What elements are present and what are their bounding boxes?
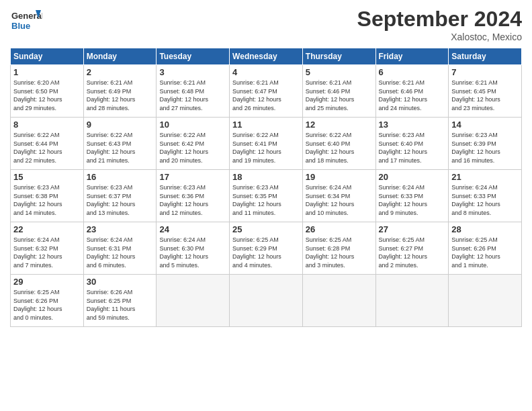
table-row — [157, 275, 230, 327]
day-number: 15 — [13, 172, 81, 182]
table-row: 14Sunrise: 6:23 AM Sunset: 6:39 PM Dayli… — [449, 118, 522, 170]
day-number: 16 — [87, 172, 154, 182]
day-info: Sunrise: 6:20 AM Sunset: 6:50 PM Dayligh… — [13, 79, 81, 112]
day-number: 10 — [159, 120, 226, 130]
day-number: 12 — [306, 120, 373, 130]
logo-svg: General Blue — [10, 7, 42, 34]
table-row: 6Sunrise: 6:21 AM Sunset: 6:46 PM Daylig… — [375, 65, 449, 118]
day-info: Sunrise: 6:24 AM Sunset: 6:33 PM Dayligh… — [451, 183, 519, 217]
table-row: 13Sunrise: 6:23 AM Sunset: 6:40 PM Dayli… — [375, 118, 449, 170]
day-info: Sunrise: 6:26 AM Sunset: 6:25 PM Dayligh… — [87, 288, 154, 322]
day-number: 21 — [451, 172, 519, 182]
day-number: 9 — [87, 120, 154, 130]
day-info: Sunrise: 6:24 AM Sunset: 6:34 PM Dayligh… — [306, 183, 373, 217]
table-row: 29Sunrise: 6:25 AM Sunset: 6:26 PM Dayli… — [11, 275, 84, 327]
table-row: 11Sunrise: 6:22 AM Sunset: 6:41 PM Dayli… — [230, 118, 303, 170]
day-info: Sunrise: 6:22 AM Sunset: 6:42 PM Dayligh… — [159, 131, 226, 165]
day-info: Sunrise: 6:21 AM Sunset: 6:46 PM Dayligh… — [306, 79, 373, 112]
day-info: Sunrise: 6:23 AM Sunset: 6:38 PM Dayligh… — [13, 183, 81, 217]
table-row — [230, 275, 303, 327]
calendar-table: Sunday Monday Tuesday Wednesday Thursday… — [10, 48, 522, 327]
table-row: 22Sunrise: 6:24 AM Sunset: 6:32 PM Dayli… — [11, 222, 84, 275]
day-info: Sunrise: 6:21 AM Sunset: 6:47 PM Dayligh… — [232, 79, 300, 112]
day-number: 2 — [87, 67, 154, 77]
day-number: 11 — [232, 120, 300, 130]
header-row: General Blue September 2024 Xalostoc, Me… — [10, 7, 522, 42]
day-number: 23 — [87, 224, 154, 234]
table-row: 24Sunrise: 6:24 AM Sunset: 6:30 PM Dayli… — [157, 222, 230, 275]
day-info: Sunrise: 6:24 AM Sunset: 6:31 PM Dayligh… — [87, 236, 154, 269]
day-number: 27 — [379, 224, 446, 234]
table-row: 15Sunrise: 6:23 AM Sunset: 6:38 PM Dayli… — [11, 170, 84, 222]
day-info: Sunrise: 6:25 AM Sunset: 6:28 PM Dayligh… — [306, 236, 373, 269]
day-number: 8 — [13, 120, 81, 130]
logo: General Blue — [10, 7, 42, 34]
calendar-container: General Blue September 2024 Xalostoc, Me… — [0, 0, 532, 334]
day-number: 22 — [13, 224, 81, 234]
table-row: 17Sunrise: 6:23 AM Sunset: 6:36 PM Dayli… — [157, 170, 230, 222]
day-info: Sunrise: 6:21 AM Sunset: 6:45 PM Dayligh… — [451, 79, 519, 112]
header-wednesday: Wednesday — [230, 48, 303, 65]
table-row: 19Sunrise: 6:24 AM Sunset: 6:34 PM Dayli… — [302, 170, 375, 222]
day-info: Sunrise: 6:25 AM Sunset: 6:27 PM Dayligh… — [379, 236, 446, 269]
month-title: September 2024 — [357, 7, 522, 32]
table-row: 28Sunrise: 6:25 AM Sunset: 6:26 PM Dayli… — [449, 222, 522, 275]
day-number: 7 — [451, 67, 519, 77]
table-row: 25Sunrise: 6:25 AM Sunset: 6:29 PM Dayli… — [230, 222, 303, 275]
table-row: 12Sunrise: 6:22 AM Sunset: 6:40 PM Dayli… — [302, 118, 375, 170]
day-number: 5 — [306, 67, 373, 77]
table-row: 30Sunrise: 6:26 AM Sunset: 6:25 PM Dayli… — [83, 275, 157, 327]
day-number: 30 — [87, 277, 154, 287]
day-number: 18 — [232, 172, 300, 182]
day-number: 19 — [306, 172, 373, 182]
day-info: Sunrise: 6:24 AM Sunset: 6:33 PM Dayligh… — [379, 183, 446, 217]
table-row: 1Sunrise: 6:20 AM Sunset: 6:50 PM Daylig… — [11, 65, 84, 118]
header-monday: Monday — [83, 48, 157, 65]
table-row: 20Sunrise: 6:24 AM Sunset: 6:33 PM Dayli… — [375, 170, 449, 222]
day-number: 1 — [13, 67, 81, 77]
header-saturday: Saturday — [449, 48, 522, 65]
table-row: 21Sunrise: 6:24 AM Sunset: 6:33 PM Dayli… — [449, 170, 522, 222]
day-info: Sunrise: 6:23 AM Sunset: 6:39 PM Dayligh… — [451, 131, 519, 165]
table-row: 10Sunrise: 6:22 AM Sunset: 6:42 PM Dayli… — [157, 118, 230, 170]
table-row: 18Sunrise: 6:23 AM Sunset: 6:35 PM Dayli… — [230, 170, 303, 222]
day-number: 14 — [451, 120, 519, 130]
day-info: Sunrise: 6:21 AM Sunset: 6:48 PM Dayligh… — [159, 79, 226, 112]
table-row: 16Sunrise: 6:23 AM Sunset: 6:37 PM Dayli… — [83, 170, 157, 222]
day-number: 13 — [379, 120, 446, 130]
table-row — [302, 275, 375, 327]
table-row: 5Sunrise: 6:21 AM Sunset: 6:46 PM Daylig… — [302, 65, 375, 118]
day-info: Sunrise: 6:21 AM Sunset: 6:46 PM Dayligh… — [379, 79, 446, 112]
day-info: Sunrise: 6:23 AM Sunset: 6:40 PM Dayligh… — [379, 131, 446, 165]
day-info: Sunrise: 6:23 AM Sunset: 6:36 PM Dayligh… — [159, 183, 226, 217]
day-number: 26 — [306, 224, 373, 234]
table-row — [375, 275, 449, 327]
day-number: 3 — [159, 67, 226, 77]
table-row: 3Sunrise: 6:21 AM Sunset: 6:48 PM Daylig… — [157, 65, 230, 118]
day-number: 25 — [232, 224, 300, 234]
header-tuesday: Tuesday — [157, 48, 230, 65]
day-number: 6 — [379, 67, 446, 77]
day-info: Sunrise: 6:25 AM Sunset: 6:26 PM Dayligh… — [451, 236, 519, 269]
table-row: 26Sunrise: 6:25 AM Sunset: 6:28 PM Dayli… — [302, 222, 375, 275]
day-number: 29 — [13, 277, 81, 287]
table-row — [449, 275, 522, 327]
table-row: 4Sunrise: 6:21 AM Sunset: 6:47 PM Daylig… — [230, 65, 303, 118]
day-info: Sunrise: 6:25 AM Sunset: 6:26 PM Dayligh… — [13, 288, 81, 322]
calendar-week-row: 8Sunrise: 6:22 AM Sunset: 6:44 PM Daylig… — [11, 118, 522, 170]
calendar-body: 1Sunrise: 6:20 AM Sunset: 6:50 PM Daylig… — [11, 65, 522, 327]
day-info: Sunrise: 6:24 AM Sunset: 6:32 PM Dayligh… — [13, 236, 81, 269]
table-row: 9Sunrise: 6:22 AM Sunset: 6:43 PM Daylig… — [83, 118, 157, 170]
table-row: 7Sunrise: 6:21 AM Sunset: 6:45 PM Daylig… — [449, 65, 522, 118]
header-thursday: Thursday — [302, 48, 375, 65]
calendar-week-row: 22Sunrise: 6:24 AM Sunset: 6:32 PM Dayli… — [11, 222, 522, 275]
day-number: 17 — [159, 172, 226, 182]
svg-text:Blue: Blue — [11, 21, 30, 31]
table-row: 2Sunrise: 6:21 AM Sunset: 6:49 PM Daylig… — [83, 65, 157, 118]
day-number: 24 — [159, 224, 226, 234]
title-block: September 2024 Xalostoc, Mexico — [357, 7, 522, 42]
day-info: Sunrise: 6:22 AM Sunset: 6:41 PM Dayligh… — [232, 131, 300, 165]
calendar-week-row: 15Sunrise: 6:23 AM Sunset: 6:38 PM Dayli… — [11, 170, 522, 222]
header-sunday: Sunday — [11, 48, 84, 65]
calendar-week-row: 29Sunrise: 6:25 AM Sunset: 6:26 PM Dayli… — [11, 275, 522, 327]
